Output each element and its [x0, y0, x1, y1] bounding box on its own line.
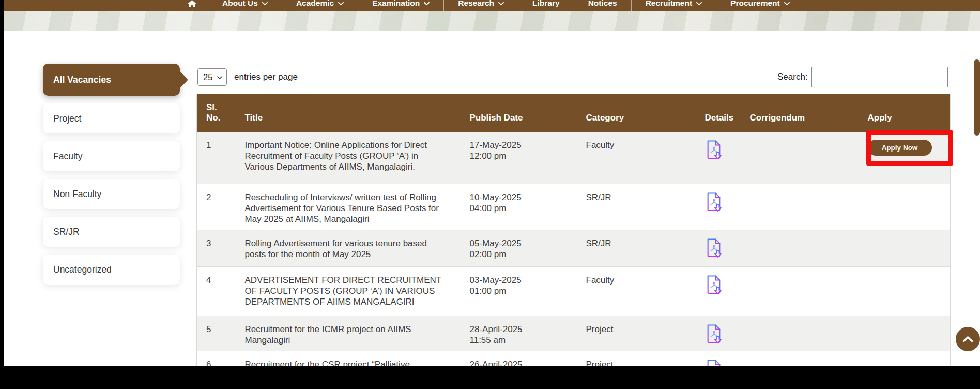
- nav-library[interactable]: Library: [518, 0, 574, 11]
- nav-notices[interactable]: Notices: [574, 0, 632, 11]
- scroll-to-top-button[interactable]: [956, 327, 980, 351]
- search-input[interactable]: [811, 67, 948, 87]
- table-row: 1 Important Notice: Online Applications …: [197, 132, 951, 184]
- chevron-down-icon: [424, 2, 430, 6]
- nav-research[interactable]: Research: [444, 0, 518, 11]
- sidebar-item-uncategorized[interactable]: Uncategorized: [43, 255, 180, 285]
- cell-title: Recruitment for the ICMR project on AIIM…: [236, 316, 461, 351]
- sidebar-item-label: Project: [53, 113, 81, 124]
- cell-publish-date: 17-May-2025 12:00 pm: [461, 132, 577, 184]
- cell-apply: [859, 316, 951, 351]
- chevron-down-icon: [338, 2, 344, 6]
- pdf-download-icon[interactable]: [705, 140, 723, 160]
- nav-label: Procurement: [730, 0, 780, 8]
- cell-corrigendum: [741, 230, 859, 266]
- publish-time: 11:55 am: [470, 335, 562, 346]
- chevron-up-icon: [962, 336, 973, 342]
- table-row: 3 Rolling Advertisement for various tenu…: [197, 230, 951, 266]
- cell-corrigendum: [741, 184, 859, 230]
- top-nav: About Us Academic Examination Research L…: [4, 0, 980, 11]
- sidebar-item-non-faculty[interactable]: Non Faculty: [43, 179, 180, 209]
- pdf-download-icon[interactable]: [705, 192, 723, 213]
- chevron-down-icon: [784, 2, 790, 6]
- cell-details: [696, 230, 741, 266]
- search-label: Search:: [777, 72, 808, 82]
- nav-home[interactable]: [176, 0, 208, 11]
- publish-date: 05-May-2025: [470, 238, 562, 249]
- column-header-title: Title: [236, 94, 461, 132]
- campus-banner-image: [4, 11, 980, 31]
- apply-now-button[interactable]: Apply Now: [868, 140, 932, 156]
- cell-apply: [859, 266, 951, 316]
- nav-label: Library: [532, 0, 560, 8]
- pdf-download-icon[interactable]: [705, 238, 723, 259]
- cell-apply: [859, 230, 951, 266]
- publish-time: 01:00 pm: [470, 286, 562, 296]
- column-header-category: Category: [577, 94, 696, 132]
- table-row: 4 ADVERTISEMENT FOR DIRECT RECRUITMENT O…: [197, 266, 951, 316]
- nav-menu: About Us Academic Examination Research L…: [176, 0, 804, 11]
- column-header-details: Details: [696, 94, 741, 132]
- cell-details: [696, 266, 741, 316]
- cell-sl-no: 4: [197, 266, 236, 316]
- column-header-corrigendum: Corrigendum: [741, 94, 859, 132]
- nav-academic[interactable]: Academic: [282, 0, 358, 11]
- chevron-down-icon: [696, 2, 702, 6]
- nav-procurement[interactable]: Procurement: [716, 0, 804, 11]
- cell-title: Important Notice: Online Applications fo…: [236, 132, 461, 184]
- home-icon: [188, 0, 196, 8]
- cell-category: Faculty: [577, 266, 696, 316]
- cell-details: [696, 132, 741, 184]
- publish-time: 12:00 pm: [470, 151, 562, 161]
- sidebar-item-project[interactable]: Project: [43, 103, 180, 133]
- nav-label: Notices: [588, 0, 617, 8]
- entries-per-page-select[interactable]: 25: [197, 68, 227, 86]
- cell-apply: Apply Now: [859, 132, 951, 184]
- column-header-publish-date: Publish Date: [461, 94, 577, 132]
- cell-category: Project: [577, 316, 696, 351]
- sidebar-item-faculty[interactable]: Faculty: [43, 141, 180, 171]
- cell-sl-no: 5: [197, 316, 236, 351]
- sidebar-item-sr-jr[interactable]: SR/JR: [43, 217, 180, 247]
- pdf-download-icon[interactable]: [705, 275, 723, 295]
- cell-publish-date: 05-May-2025 02:00 pm: [461, 230, 577, 266]
- publish-time: 04:00 pm: [470, 203, 562, 214]
- pdf-download-icon[interactable]: [705, 324, 723, 345]
- column-header-apply: Apply: [859, 94, 951, 132]
- entries-per-page-value: 25: [203, 72, 212, 82]
- cell-category: SR/JR: [577, 230, 696, 266]
- table-row: 2 Rescheduling of Interviews/ written te…: [197, 184, 951, 230]
- chevron-down-icon: [262, 2, 268, 6]
- sidebar-item-label: Non Faculty: [53, 189, 101, 200]
- nav-label: Academic: [296, 0, 334, 8]
- cell-apply: [859, 184, 951, 230]
- nav-recruitment[interactable]: Recruitment: [632, 0, 716, 11]
- nav-label: Examination: [372, 0, 420, 8]
- publish-time: 02:00 pm: [470, 249, 562, 260]
- cell-corrigendum: [741, 266, 859, 316]
- screen-letterbox-left: [0, 0, 4, 389]
- cell-corrigendum: [741, 316, 859, 351]
- nav-examination[interactable]: Examination: [358, 0, 444, 11]
- sidebar-item-label: Faculty: [53, 151, 82, 162]
- scrollbar-thumb[interactable]: [974, 59, 980, 136]
- screen-letterbox-bottom: [0, 366, 980, 389]
- cell-sl-no: 3: [197, 230, 236, 266]
- cell-title: Rolling Advertisement for various tenure…: [236, 230, 461, 266]
- sidebar-item-all-vacancies[interactable]: All Vacancies: [43, 64, 180, 96]
- nav-label: About Us: [222, 0, 258, 8]
- cell-category: SR/JR: [577, 184, 696, 230]
- sidebar-item-label: SR/JR: [53, 227, 80, 237]
- table-header-row: Sl. No. Title Publish Date Category Deta…: [197, 94, 951, 132]
- nav-label: Recruitment: [646, 0, 692, 8]
- publish-date: 10-May-2025: [470, 192, 562, 203]
- publish-date: 03-May-2025: [470, 275, 562, 286]
- cell-category: Faculty: [577, 132, 696, 184]
- chevron-down-icon: [498, 2, 504, 6]
- nav-about-us[interactable]: About Us: [208, 0, 282, 11]
- column-header-sl-no: Sl. No.: [197, 94, 236, 132]
- entries-per-page-label: entries per page: [234, 72, 298, 82]
- chevron-down-icon: [217, 76, 222, 79]
- cell-title: Rescheduling of Interviews/ written test…: [236, 184, 461, 230]
- cell-sl-no: 1: [197, 132, 236, 184]
